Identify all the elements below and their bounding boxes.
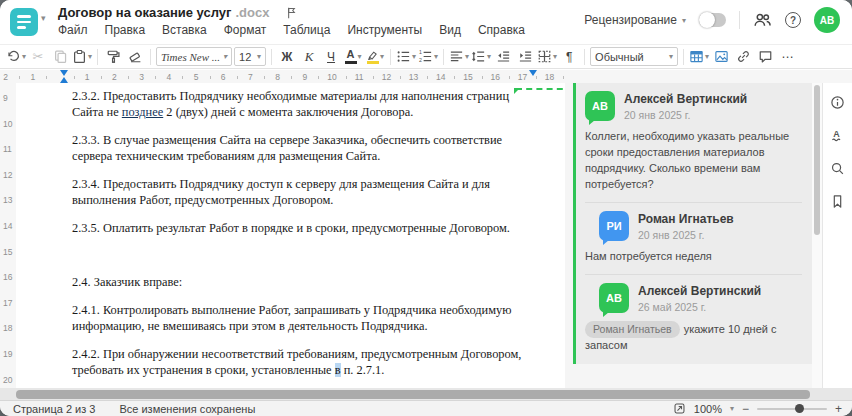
spellcheck-button-spellcheck-icon[interactable]: А [828,125,848,145]
comment-author: Роман Игнатьев [638,211,734,226]
undo-button[interactable]: ▾ [6,47,26,67]
insert-comment-button[interactable] [755,47,775,67]
paragraph[interactable]: 2.3.5. Оплатить результат Работ в порядк… [72,220,540,236]
highlight-color-button[interactable]: ▾ [365,47,385,67]
paragraph[interactable]: 2.4.2. При обнаружении несоответствий тр… [72,346,540,378]
ruler-number: 3 [139,72,144,82]
ruler-tick [264,76,265,79]
copy-button[interactable] [50,47,70,67]
italic-button[interactable]: К [299,47,319,67]
paragraph[interactable]: 2.3.3. В случае размещения Сайта на серв… [72,132,540,164]
app-logo-icon[interactable] [10,8,38,36]
increase-indent-button[interactable] [515,47,535,67]
status-bar: Страница 2 из 3 Все изменения сохранены … [0,400,852,416]
font-size-select[interactable]: 12▾ [234,47,266,66]
vertical-scrollbar-thumb[interactable] [814,85,820,235]
paragraph[interactable]: 2.3.2. Предоставить Подрядчику необходим… [72,88,540,120]
numbered-list-button[interactable]: 12▾ [418,47,438,67]
ruler-number: 10 [327,72,336,82]
underline-button[interactable]: Ч [321,47,341,67]
users-icon[interactable] [753,12,772,28]
menu-4[interactable]: Таблица [283,23,330,37]
vertical-ruler[interactable]: 91011121314151617181920 [0,83,16,388]
right-sidebar: А [822,83,852,388]
mention-pill[interactable]: Роман Игнатьев [585,321,680,338]
font-color-button[interactable]: А▾ [343,47,363,67]
decrease-indent-button[interactable] [493,47,513,67]
bullet-list-button[interactable]: ▾ [396,47,416,67]
vertical-scrollbar[interactable] [812,83,822,388]
menu-7[interactable]: Справка [478,23,525,37]
review-mode-label: Рецензирование [584,13,677,27]
zoom-out-button[interactable]: − [742,402,749,416]
align-button[interactable]: ▾ [449,47,469,67]
zoom-dropdown-icon[interactable]: ▾ [730,404,734,413]
text-run: 2.4.1. Контролировать выполнение Работ, … [72,303,511,333]
comment-thread-card[interactable]: АВ Алексей Вертинский 20 янв 2025 г. Кол… [573,83,812,364]
zoom-in-button[interactable]: + [835,402,842,416]
ruler-number: 15 [3,247,12,257]
comment-date: 26 май 2025 г. [638,301,761,313]
paragraph[interactable]: 2.4.1. Контролировать выполнение Работ, … [72,302,540,334]
horizontal-scrollbar[interactable] [0,388,852,400]
search-button-search-icon[interactable] [828,158,848,178]
menu-3[interactable]: Формат [224,23,267,37]
about-panel-button-info-icon[interactable] [828,92,848,112]
menu-0[interactable]: Файл [58,23,88,37]
ruler-number: 5 [194,72,199,82]
font-size-select-value: 12 [239,51,251,63]
cut-button[interactable]: ✂ [28,47,48,67]
insert-image-button[interactable] [711,47,731,67]
horizontal-ruler[interactable]: 21123456789101112131415161718 [0,70,852,83]
more-toolbar-button[interactable]: ⋯ [777,47,797,67]
user-avatar[interactable]: АВ [814,7,840,33]
insert-link-button[interactable] [733,47,753,67]
zoom-slider-thumb[interactable] [795,404,804,413]
zoom-slider[interactable] [757,408,827,410]
fit-width-icon[interactable] [673,402,686,415]
clear-style-button[interactable] [125,47,145,67]
flag-icon[interactable] [285,6,298,20]
review-toggle[interactable] [699,13,726,27]
empty-paragraph[interactable] [72,248,540,262]
paragraph-borders-button[interactable]: ▾ [537,47,557,67]
review-mode-dropdown[interactable]: Рецензирование ▾ [584,13,686,27]
app-menu-caret-icon[interactable]: ▾ [41,13,46,23]
text-run: п. 2.7.1. [341,363,385,377]
bold-button[interactable]: Ж [277,47,297,67]
ruler-tick [237,76,238,79]
menu-2[interactable]: Вставка [162,23,207,37]
ruler-number: 13 [3,195,12,205]
format-painter-button[interactable] [103,47,123,67]
menu-5[interactable]: Инструменты [347,23,422,37]
ruler-number: 7 [248,72,253,82]
menu-6[interactable]: Вид [439,23,461,37]
toolbar-separator [271,49,272,65]
app-window: ▾ Договор на оказание услуг.docx ФайлПра… [0,0,852,416]
horizontal-scrollbar-thumb[interactable] [16,390,810,399]
nonprinting-chars-button[interactable]: ¶ [559,47,579,67]
first-line-indent-marker[interactable] [60,70,68,76]
comment[interactable]: АВ Алексей Вертинский 20 янв 2025 г. Кол… [585,91,802,193]
navigation-panel-button-bookmark-icon[interactable] [828,191,848,211]
paragraph[interactable]: 2.4. Заказчик вправе: [72,274,540,290]
chevron-down-icon: ▾ [380,52,384,61]
line-spacing-button[interactable]: ▾ [471,47,491,67]
menu-1[interactable]: Правка [105,23,146,37]
comment-reply[interactable]: АВ Алексей Вертинский 26 май 2025 г. Ром… [585,274,802,354]
zoom-value[interactable]: 100% [694,403,722,415]
paragraph[interactable]: 2.3.4. Предоставить Подрядчику доступ к … [72,176,540,208]
document-page[interactable]: 2.3.2. Предоставить Подрядчику необходим… [16,83,565,388]
ruler-tick [509,76,510,79]
style-select[interactable]: Обычный▾ [590,47,678,66]
font-name-select[interactable]: Times New ...▾ [156,47,232,66]
chevron-down-icon: ▾ [22,52,26,61]
help-icon[interactable]: ? [785,12,801,28]
comment-reply[interactable]: РИ Роман Игнатьев 20 янв 2025 г. Нам пот… [585,202,802,265]
comment-date: 20 янв 2025 г. [624,109,747,121]
paste-button[interactable]: ▾ [72,47,92,67]
header: ▾ Договор на оказание услуг.docx ФайлПра… [0,0,852,44]
insert-table-button[interactable]: ▾ [689,47,709,67]
ruler-number: 1 [85,72,90,82]
chevron-down-icon: ▾ [487,52,491,61]
